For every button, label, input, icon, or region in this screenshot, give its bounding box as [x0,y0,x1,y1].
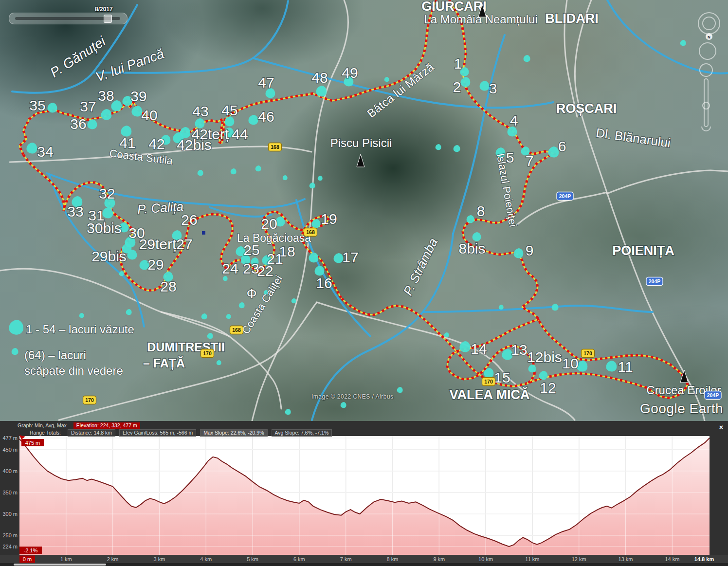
zoom-out-button[interactable] [702,127,710,131]
lake-number-label-38[interactable]: 38 [98,88,114,104]
lake-icon-11[interactable] [606,361,617,371]
history-timeline-slider[interactable]: 8/2017 [9,13,127,24]
unnumbered-lake-icon[interactable] [223,276,228,281]
lake-number-label-2[interactable]: 2 [453,79,461,95]
unnumbered-lake-icon[interactable] [444,332,449,337]
unnumbered-lake-icon[interactable] [499,305,504,310]
lake-number-label-12bis[interactable]: 12bis [527,349,562,365]
lake-number-label-42terț[interactable]: 42terț [192,126,229,142]
lake-icon-46[interactable] [249,115,258,125]
lake-number-label-10[interactable]: 10 [562,355,578,371]
lake-number-label-42[interactable]: 42 [148,136,164,152]
lake-icon-37[interactable] [101,109,111,120]
lake-number-label-23[interactable]: 23 [243,260,259,276]
lake-number-label-32[interactable]: 32 [99,185,115,201]
lake-number-label-4[interactable]: 4 [510,112,518,128]
move-joystick[interactable] [699,43,716,59]
lake-number-label-7[interactable]: 7 [526,153,534,169]
lake-number-label-14[interactable]: 14 [471,341,487,357]
lake-number-label-16[interactable]: 16 [316,275,332,291]
lake-number-label-39[interactable]: 39 [130,88,146,104]
lake-number-label-30[interactable]: 30 [128,225,145,241]
lake-icon-8[interactable] [467,215,474,223]
lake-number-label-11[interactable]: 11 [618,359,633,375]
unnumbered-lake-icon[interactable] [231,168,237,174]
unnumbered-lake-icon[interactable] [454,145,460,152]
lake-number-label-47[interactable]: 47 [258,74,274,91]
lake-number-label-40[interactable]: 40 [141,107,157,123]
unnumbered-lake-icon[interactable] [239,302,245,308]
unnumbered-lake-icon[interactable] [285,409,291,415]
lake-icon-9[interactable] [514,248,524,258]
unnumbered-lake-icon[interactable] [552,304,559,310]
unnumbered-lake-icon[interactable] [226,314,231,319]
lake-number-label-28[interactable]: 28 [160,278,176,294]
unnumbered-lake-icon[interactable] [201,313,207,319]
lake-number-label-6[interactable]: 6 [558,138,566,154]
lake-number-label-48[interactable]: 48 [311,70,328,86]
lake-icon-40[interactable] [131,106,142,116]
unnumbered-lake-icon[interactable] [291,298,296,303]
lake-number-label-22[interactable]: 22 [257,263,273,279]
unnumbered-lake-icon[interactable] [207,333,213,339]
zoom-ring[interactable] [700,64,712,76]
unnumbered-lake-icon[interactable] [217,360,221,365]
lake-number-label-12[interactable]: 12 [540,380,556,396]
lake-number-label-36[interactable]: 36 [70,116,86,132]
lake-number-label-17[interactable]: 17 [342,249,358,265]
lake-number-label-45[interactable]: 45 [221,102,237,118]
lake-number-label-1[interactable]: 1 [454,55,462,72]
unnumbered-lake-icon[interactable] [384,77,389,82]
lake-icon-8bis[interactable] [473,232,481,241]
lake-number-label-8bis[interactable]: 8bis [458,240,485,256]
lake-icon-35[interactable] [48,103,57,112]
unnumbered-lake-icon[interactable] [309,183,315,188]
lake-number-label-31[interactable]: 31 [88,207,104,223]
lake-number-label-49[interactable]: 49 [342,65,358,81]
lake-icon-18[interactable] [309,253,319,262]
lake-icon-3[interactable] [480,81,490,91]
unnumbered-lake-icon[interactable] [680,40,686,46]
close-icon[interactable]: × [719,424,723,431]
lake-number-label-15[interactable]: 15 [494,369,510,385]
lake-number-label-37[interactable]: 37 [80,98,96,114]
unnumbered-lake-icon[interactable] [397,387,403,393]
lake-number-label-9[interactable]: 9 [526,242,534,258]
lake-number-label-27[interactable]: 27 [176,236,192,252]
satellite-map[interactable]: 123456788bis910111212bis1314151617181920… [0,0,728,421]
timeline-handle[interactable] [104,15,112,23]
unnumbered-lake-icon[interactable] [524,55,530,62]
unnumbered-lake-icon[interactable] [126,309,132,315]
lake-number-label-20[interactable]: 20 [261,216,277,232]
lake-number-label-34[interactable]: 34 [37,144,53,160]
lake-icon-48[interactable] [316,86,327,96]
lake-icon-12bis[interactable] [528,365,536,372]
look-joystick-inner[interactable] [703,17,715,30]
unnumbered-lake-icon[interactable] [79,313,84,318]
lake-number-label-33[interactable]: 33 [67,203,83,219]
unnumbered-lake-icon[interactable] [255,165,261,171]
lake-number-label-43[interactable]: 43 [192,103,208,119]
lake-number-label-29bis[interactable]: 29bis [91,248,127,264]
lake-number-label-19[interactable]: 19 [321,211,337,227]
unnumbered-lake-icon[interactable] [341,402,346,408]
lake-icon-34[interactable] [26,143,37,153]
lake-number-label-26[interactable]: 26 [181,212,197,228]
lake-icon-10[interactable] [577,361,587,371]
lake-number-label-35[interactable]: 35 [29,97,45,113]
lake-number-label-24[interactable]: 24 [222,260,238,276]
lake-number-label-46[interactable]: 46 [258,109,274,125]
lake-icon-2[interactable] [461,77,471,87]
unnumbered-lake-icon[interactable] [318,176,323,181]
lake-number-label-8[interactable]: 8 [477,203,485,219]
look-joystick[interactable] [698,13,720,34]
unnumbered-lake-icon[interactable] [283,175,288,180]
lake-number-label-44[interactable]: 44 [232,126,248,142]
lake-number-label-29[interactable]: 29 [147,256,164,273]
unnumbered-lake-icon[interactable] [436,144,441,150]
unnumbered-lake-icon[interactable] [198,170,203,176]
navigation-controls[interactable]: N [693,6,722,137]
lake-icon-6[interactable] [548,146,559,157]
lake-icon-16[interactable] [315,266,325,275]
lake-number-label-3[interactable]: 3 [489,80,497,96]
